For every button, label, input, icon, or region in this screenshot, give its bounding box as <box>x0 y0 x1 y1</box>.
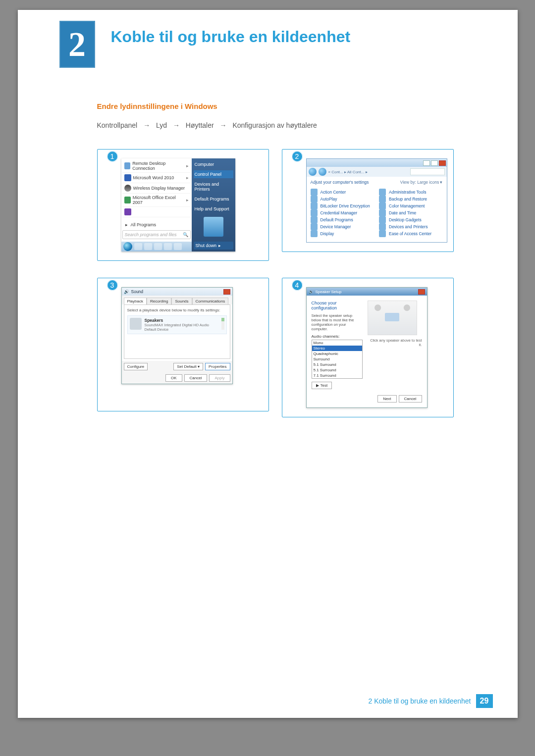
screenshot-sound-dialog: 🔊 Sound Playback Recording Sounds Commun… <box>97 278 269 411</box>
all-programs[interactable]: ▸All Programs <box>122 220 191 229</box>
window-title: Speaker Setup <box>316 290 416 294</box>
speaker-device-icon <box>130 318 142 330</box>
cp-heading: Adjust your computer's settings <box>311 180 369 185</box>
taskbar <box>121 242 192 252</box>
color-icon <box>379 202 386 209</box>
tab-playback[interactable]: Playback <box>124 298 147 304</box>
taskbar-icon[interactable] <box>154 243 162 250</box>
properties-button[interactable]: Properties <box>205 363 230 370</box>
taskbar-icon[interactable] <box>134 243 142 250</box>
test-button[interactable]: ▶ Test <box>312 382 332 389</box>
list-item[interactable]: 5.1 Surround <box>312 362 362 367</box>
chevron-right-icon: ▸ <box>186 175 189 180</box>
cp-link[interactable]: Administrative Tools <box>379 189 443 196</box>
tab-communications[interactable]: Communications <box>192 298 229 304</box>
taskbar-icon[interactable] <box>164 243 172 250</box>
apply-button[interactable]: Apply <box>209 374 230 382</box>
cp-link[interactable]: Color Management <box>379 202 443 209</box>
content-area: Endre lydinnstillingene i Windows Kontro… <box>97 102 468 417</box>
footer-text: 2 Koble til og bruke en kildeenhet <box>368 697 471 705</box>
start-right-item[interactable]: Computer <box>194 160 233 168</box>
gadgets-icon <box>379 216 386 223</box>
settings-path: Kontrollpanel → Lyd → Høyttaler → Konfig… <box>97 121 468 129</box>
play-icon: ▶ <box>316 383 319 388</box>
cp-link[interactable]: Backup and Restore <box>379 196 443 202</box>
screenshot-control-panel: « Cont... ▸ All Cont... ▸ Adjust your co… <box>282 149 454 252</box>
list-item-selected[interactable]: Stereo <box>312 346 362 351</box>
start-menu-item[interactable]: Microsoft Office Excel 2007▸ <box>122 194 191 207</box>
instruction-text: Select a playback device below to modify… <box>127 308 227 312</box>
start-menu-item[interactable] <box>122 207 191 217</box>
tab-sounds[interactable]: Sounds <box>171 298 192 304</box>
next-button[interactable]: Next <box>377 395 396 403</box>
window-titlebar: 🔊 Sound <box>122 288 232 296</box>
start-menu-item[interactable]: Microsoft Word 2010▸ <box>122 173 191 183</box>
start-right-item[interactable]: Devices and Printers <box>194 180 233 193</box>
configure-button[interactable]: Configure <box>124 363 148 370</box>
cp-link[interactable]: Default Programs <box>311 216 374 223</box>
start-search-input[interactable]: Search programs and files 🔍 <box>122 230 191 239</box>
flag-icon <box>311 189 318 196</box>
list-item[interactable]: Mono <box>312 340 362 346</box>
cancel-button[interactable]: Cancel <box>184 374 208 382</box>
tools-icon <box>379 189 386 196</box>
list-item[interactable]: Surround <box>312 356 362 362</box>
chevron-right-icon: ▸ <box>218 243 221 248</box>
cp-link[interactable]: AutoPlay <box>311 196 374 202</box>
device-icon <box>311 223 318 230</box>
view-by-dropdown[interactable]: View by: Large icons ▾ <box>400 180 443 185</box>
cancel-button[interactable]: Cancel <box>399 395 422 403</box>
start-right-item-control-panel[interactable]: Control Panel <box>194 170 233 178</box>
ok-button[interactable]: OK <box>165 374 182 382</box>
playback-device[interactable]: Speakers SoundMAX Integrated Digital HD … <box>127 315 227 334</box>
start-right-item[interactable]: Default Programs <box>194 195 233 203</box>
screenshot-grid: 1 Remote Desktop Connection▸ Microsoft W… <box>97 149 454 417</box>
start-right-item[interactable]: Help and Support <box>194 205 233 213</box>
set-default-button[interactable]: Set Default ▾ <box>173 363 203 370</box>
start-menu-item[interactable]: Remote Desktop Connection▸ <box>122 159 191 173</box>
cp-link[interactable]: Date and Time <box>379 209 443 216</box>
autoplay-icon <box>311 196 318 202</box>
cp-link[interactable]: BitLocker Drive Encryption <box>311 202 374 209</box>
speaker-icon: 🔊 <box>124 289 129 294</box>
list-item[interactable]: 5.1 Surround <box>312 367 362 373</box>
cp-link[interactable]: Devices and Printers <box>379 223 443 230</box>
minimize-button[interactable] <box>423 160 430 166</box>
back-icon[interactable] <box>309 168 317 176</box>
screenshot-start-menu: Remote Desktop Connection▸ Microsoft Wor… <box>97 149 269 261</box>
chevron-right-icon: ▸ <box>125 222 128 227</box>
cp-link[interactable]: Device Manager <box>311 223 374 230</box>
shutdown-button[interactable]: Shut down▸ <box>194 242 233 250</box>
start-orb-icon[interactable] <box>123 242 132 251</box>
close-button[interactable] <box>418 289 425 295</box>
taskbar-icon[interactable] <box>144 243 152 250</box>
list-label: Audio channels: <box>312 334 363 339</box>
cp-link[interactable]: Desktop Gadgets <box>379 216 443 223</box>
printer-icon <box>379 223 386 230</box>
page-number: 29 <box>476 694 493 708</box>
close-button[interactable] <box>439 160 446 166</box>
window-title: Sound <box>131 289 221 294</box>
speaker-layout-graphic <box>368 301 417 335</box>
start-menu-item[interactable]: Wireless Display Manager <box>122 183 191 194</box>
screenshot-speaker-setup: 🔉 Speaker Setup Choose your configuratio… <box>282 278 454 417</box>
list-item[interactable]: Quadraphonic <box>312 351 362 356</box>
audio-channels-list[interactable]: Mono Stereo Quadraphonic Surround 5.1 Su… <box>312 340 363 379</box>
forward-icon[interactable] <box>319 168 326 176</box>
lock-icon <box>311 202 318 209</box>
cp-link[interactable]: Display <box>311 230 374 237</box>
close-button[interactable] <box>223 289 230 295</box>
maximize-button[interactable] <box>431 160 438 166</box>
cp-link[interactable]: Ease of Access Center <box>379 230 443 237</box>
search-input[interactable] <box>410 168 445 175</box>
path-part: Konfigurasjon av høyttalere <box>232 121 317 129</box>
cp-link[interactable]: Action Center <box>311 189 374 196</box>
list-item[interactable]: 7.1 Surround <box>312 373 362 378</box>
step-badge: 1 <box>107 151 118 162</box>
taskbar-icon[interactable] <box>174 243 182 250</box>
cp-link[interactable]: Credential Manager <box>311 209 374 216</box>
user-avatar <box>204 217 223 237</box>
tab-recording[interactable]: Recording <box>147 298 171 304</box>
tabs: Playback Recording Sounds Communications <box>122 296 232 304</box>
step-2: 2 « Cont... ▸ All Cont... ▸ <box>282 149 454 261</box>
